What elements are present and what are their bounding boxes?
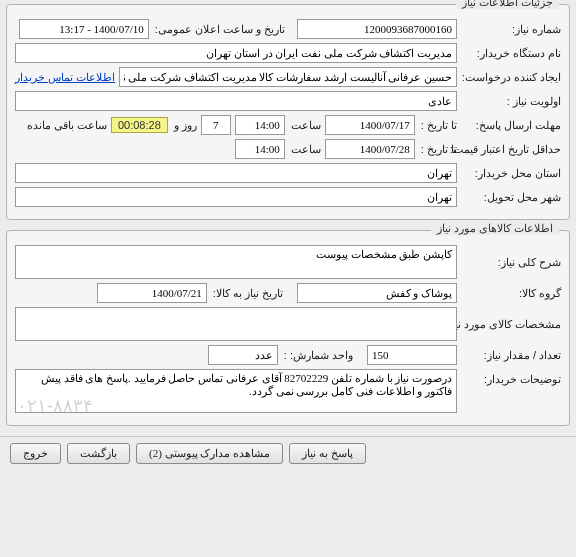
- validity-label: حداقل تاریخ اعتبار قیمت:: [461, 143, 561, 156]
- panel-title-2: اطلاعات کالاهای مورد نیاز: [431, 222, 559, 235]
- countdown-badge: 00:08:28: [111, 117, 168, 133]
- creator-field[interactable]: [119, 67, 457, 87]
- deadline-time-field[interactable]: [235, 115, 285, 135]
- to-date-label-1: تا تاریخ :: [419, 119, 457, 132]
- attachments-button[interactable]: مشاهده مدارک پیوستی (2): [136, 443, 283, 464]
- exit-button[interactable]: خروج: [10, 443, 61, 464]
- buyer-province-label: استان محل خریدار:: [461, 167, 561, 180]
- time-label-2: ساعت: [289, 143, 321, 156]
- desc-label: شرح کلی نیاز:: [461, 256, 561, 269]
- validity-date-field[interactable]: [325, 139, 415, 159]
- request-no-label: شماره نیاز:: [461, 23, 561, 36]
- delivery-city-label: شهر محل تحویل:: [461, 191, 561, 204]
- time-label-1: ساعت: [289, 119, 321, 132]
- deadline-label: مهلت ارسال پاسخ:: [461, 119, 561, 132]
- desc-field[interactable]: [15, 245, 457, 279]
- buyer-province-field[interactable]: [15, 163, 457, 183]
- priority-label: اولویت نیاز :: [461, 95, 561, 108]
- spec-label: مشخصات کالای مورد نیاز:: [461, 318, 561, 331]
- remaining-label: ساعت باقی مانده: [25, 119, 107, 132]
- days-label: روز و: [172, 119, 197, 132]
- notes-field[interactable]: [15, 369, 457, 413]
- unit-label: واحد شمارش: :: [282, 349, 353, 362]
- buyer-label: نام دستگاه خریدار:: [461, 47, 561, 60]
- validity-time-field[interactable]: [235, 139, 285, 159]
- announce-field[interactable]: [19, 19, 149, 39]
- request-no-field[interactable]: [297, 19, 457, 39]
- deadline-date-field[interactable]: [325, 115, 415, 135]
- panel-title-1: جزئیات اطلاعات نیاز: [456, 0, 559, 9]
- to-date-label-2: تا تاریخ :: [419, 143, 457, 156]
- notes-label: توضیحات خریدار:: [461, 369, 561, 386]
- qty-label: تعداد / مقدار نیاز:: [461, 349, 561, 362]
- announce-label: تاریخ و ساعت اعلان عمومی:: [153, 23, 285, 36]
- delivery-city-field[interactable]: [15, 187, 457, 207]
- spec-field[interactable]: [15, 307, 457, 341]
- goods-info-panel: اطلاعات کالاهای مورد نیاز شرح کلی نیاز: …: [6, 230, 570, 426]
- need-date-label: تاریخ نیاز به کالا:: [211, 287, 283, 300]
- need-date-field[interactable]: [97, 283, 207, 303]
- priority-field[interactable]: [15, 91, 457, 111]
- group-field[interactable]: [297, 283, 457, 303]
- back-button[interactable]: بازگشت: [67, 443, 130, 464]
- buyer-field[interactable]: [15, 43, 457, 63]
- days-field[interactable]: [201, 115, 231, 135]
- button-bar: خروج بازگشت مشاهده مدارک پیوستی (2) پاسخ…: [0, 436, 576, 470]
- contact-link[interactable]: اطلاعات تماس خریدار: [15, 71, 115, 84]
- creator-label: ایجاد کننده درخواست:: [461, 71, 561, 84]
- group-label: گروه کالا:: [461, 287, 561, 300]
- need-details-panel: جزئیات اطلاعات نیاز شماره نیاز: تاریخ و …: [6, 4, 570, 220]
- unit-field[interactable]: [208, 345, 278, 365]
- reply-button[interactable]: پاسخ به نیاز: [289, 443, 366, 464]
- qty-field[interactable]: [367, 345, 457, 365]
